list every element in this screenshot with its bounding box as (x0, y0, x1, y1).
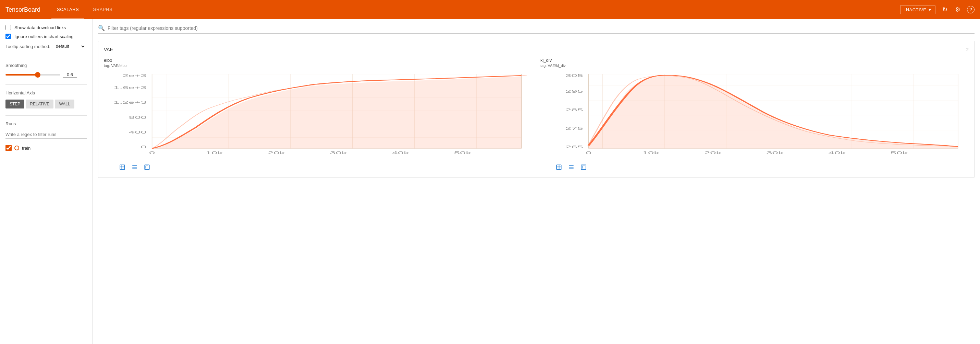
vae-section: VAE 2 elbo tag: VAE/elbo (98, 41, 975, 178)
svg-text:40k: 40k (828, 151, 846, 155)
svg-text:800: 800 (129, 115, 146, 120)
chart-kl-div-title: kl_div (540, 58, 969, 63)
chevron-down-icon: ▾ (929, 7, 931, 12)
svg-rect-34 (581, 165, 586, 170)
tooltip-sort-label: Tooltip sorting method: (5, 44, 50, 49)
expand-icon-2[interactable] (554, 162, 564, 172)
search-input[interactable] (108, 26, 975, 31)
svg-rect-13 (120, 165, 125, 170)
svg-text:285: 285 (565, 108, 583, 112)
help-icon[interactable]: ? (967, 6, 975, 13)
svg-text:2e+3: 2e+3 (123, 74, 146, 78)
runs-title: Runs (5, 121, 87, 126)
chart-kl-div-area[interactable]: 305 295 285 275 265 0 10k 20k 30k 40k 50… (540, 70, 969, 160)
runs-section: Runs train (5, 121, 87, 151)
svg-text:295: 295 (565, 89, 583, 93)
svg-text:1.2e+3: 1.2e+3 (114, 101, 146, 105)
show-download-label: Show data download links (14, 25, 66, 30)
nav-graphs[interactable]: GRAPHS (87, 0, 118, 19)
ignore-outliers-label: Ignore outliers in chart scaling (14, 34, 74, 39)
data-icon[interactable] (130, 162, 140, 172)
main-content: 🔍 VAE 2 elbo tag: VAE/elbo (92, 19, 980, 344)
chart-elbo-svg: 2e+3 1.6e+3 1.2e+3 800 400 0 0 10k 20k 3… (104, 70, 532, 160)
vae-header: VAE 2 (104, 47, 969, 52)
expand-icon[interactable] (118, 162, 127, 172)
axis-buttons: STEP RELATIVE WALL (5, 99, 87, 109)
charts-row: elbo tag: VAE/elbo 2e+3 (104, 58, 969, 172)
smoothing-section: Smoothing 0.6 (5, 63, 87, 78)
chart-kl-div-actions (540, 162, 969, 172)
header-right: INACTIVE ▾ ↻ ⚙ ? (900, 5, 975, 14)
svg-text:275: 275 (565, 127, 583, 131)
axis-step-button[interactable]: STEP (5, 99, 24, 109)
sidebar: Show data download links Ignore outliers… (0, 19, 92, 344)
svg-text:1.6e+3: 1.6e+3 (114, 85, 146, 90)
vae-count: 2 (966, 47, 969, 52)
smoothing-title: Smoothing (5, 63, 87, 68)
tooltip-sort-row: Tooltip sorting method: default ascendin… (5, 43, 87, 50)
options-section: Show data download links Ignore outliers… (5, 25, 87, 50)
chart-elbo-area[interactable]: 2e+3 1.6e+3 1.2e+3 800 400 0 0 10k 20k 3… (104, 70, 532, 160)
axis-relative-button[interactable]: RELATIVE (26, 99, 54, 109)
nav: SCALARS GRAPHS (51, 0, 900, 19)
svg-text:20k: 20k (267, 151, 285, 155)
chart-kl-div: kl_div tag: VAE/kl_div 305 (540, 58, 969, 172)
horizontal-axis-section: Horizontal Axis STEP RELATIVE WALL (5, 90, 87, 109)
svg-rect-17 (145, 165, 150, 170)
chart-kl-div-tag: tag: VAE/kl_div (540, 64, 969, 68)
settings-icon[interactable]: ⚙ (954, 6, 961, 13)
run-train-circle (14, 146, 19, 150)
tooltip-sort-select[interactable]: default ascending descending nearest (53, 43, 86, 50)
svg-text:305: 305 (565, 74, 583, 78)
chart-kl-div-svg: 305 295 285 275 265 0 10k 20k 30k 40k 50… (540, 70, 969, 160)
horizontal-axis-title: Horizontal Axis (5, 90, 87, 96)
chart-elbo-title: elbo (104, 58, 532, 63)
fit-icon-2[interactable] (579, 162, 589, 172)
svg-text:10k: 10k (642, 151, 660, 155)
search-icon: 🔍 (98, 25, 105, 31)
run-train-checkbox[interactable] (5, 145, 12, 151)
divider-2 (5, 85, 87, 85)
svg-text:20k: 20k (704, 151, 722, 155)
run-row-train: train (5, 145, 87, 151)
search-bar: 🔍 (98, 25, 975, 34)
smoothing-slider[interactable] (5, 74, 60, 75)
status-dropdown[interactable]: INACTIVE ▾ (900, 5, 935, 14)
svg-text:0: 0 (141, 145, 146, 149)
svg-text:400: 400 (129, 130, 146, 134)
svg-text:40k: 40k (391, 151, 409, 155)
vae-title: VAE (104, 47, 113, 52)
chart-elbo-actions (104, 162, 532, 172)
svg-text:50k: 50k (891, 151, 908, 155)
ignore-outliers-checkbox[interactable] (5, 34, 11, 39)
axis-wall-button[interactable]: WALL (55, 99, 74, 109)
nav-scalars[interactable]: SCALARS (51, 0, 84, 19)
chart-elbo: elbo tag: VAE/elbo 2e+3 (104, 58, 532, 172)
show-download-checkbox[interactable] (5, 25, 11, 30)
smoothing-row: 0.6 (5, 72, 87, 78)
show-download-row: Show data download links (5, 25, 87, 30)
svg-text:50k: 50k (454, 151, 471, 155)
runs-filter-input[interactable] (5, 130, 87, 139)
logo: TensorBoard (5, 6, 40, 13)
svg-text:10k: 10k (205, 151, 223, 155)
svg-rect-30 (557, 165, 561, 170)
smoothing-value[interactable]: 0.6 (63, 72, 77, 78)
data-icon-2[interactable] (566, 162, 576, 172)
chart-elbo-tag: tag: VAE/elbo (104, 64, 532, 68)
svg-text:265: 265 (565, 145, 583, 149)
fit-icon[interactable] (142, 162, 152, 172)
ignore-outliers-row: Ignore outliers in chart scaling (5, 34, 87, 39)
divider-3 (5, 115, 87, 116)
refresh-icon[interactable]: ↻ (941, 6, 948, 13)
svg-text:30k: 30k (766, 151, 784, 155)
header: TensorBoard SCALARS GRAPHS INACTIVE ▾ ↻ … (0, 0, 980, 19)
svg-text:0: 0 (149, 151, 155, 155)
svg-text:0: 0 (585, 151, 592, 155)
svg-text:30k: 30k (329, 151, 347, 155)
status-label: INACTIVE (905, 7, 926, 12)
layout: Show data download links Ignore outliers… (0, 19, 980, 344)
run-train-label: train (22, 146, 30, 151)
